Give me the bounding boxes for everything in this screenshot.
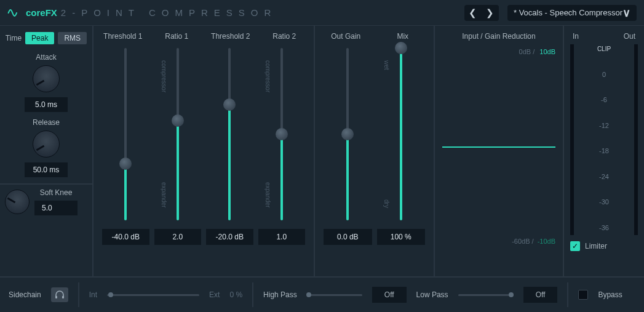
header: coreFX 2-POINT COMPRESSOR ❮ ❯ * Vocals -…: [0, 0, 644, 26]
plugin-title: 2-POINT COMPRESSOR: [61, 7, 277, 18]
peak-mode-button[interactable]: Peak: [25, 32, 54, 44]
output-column: Out Gain Mix wetdry 0.0 dB100 %: [315, 26, 435, 276]
meter-tick: -24: [579, 173, 629, 180]
meter-in-bar: [570, 44, 574, 235]
highpass-value[interactable]: Off: [372, 287, 407, 303]
detection-column: Time Peak RMS Attack 5.0 ms Release 50.0…: [0, 26, 93, 276]
time-label: Time: [6, 34, 22, 42]
release-label: Release: [0, 118, 92, 127]
compressor-label: compressor: [161, 60, 167, 92]
main-panel: Time Peak RMS Attack 5.0 ms Release 50.0…: [0, 26, 644, 276]
compressor-label: compressor: [264, 60, 271, 92]
mix-value[interactable]: 100 %: [377, 229, 426, 245]
meter-tick: -30: [579, 198, 629, 206]
attack-knob[interactable]: [33, 65, 60, 92]
sidechain-int-label: Int: [89, 290, 97, 299]
meter-tick: -18: [579, 147, 629, 154]
mix-label: Mix: [376, 32, 431, 41]
headphones-icon[interactable]: [51, 287, 68, 302]
wet-label: wet: [383, 60, 390, 70]
softknee-label: Soft Knee: [34, 188, 78, 197]
next-preset-button[interactable]: ❯: [482, 5, 499, 21]
prev-preset-button[interactable]: ❮: [464, 5, 482, 21]
footer: Sidechain Int Ext 0 % High Pass Off Low …: [0, 276, 644, 312]
outgain-slider[interactable]: [321, 48, 375, 220]
lowpass-label: Low Pass: [416, 290, 448, 299]
preset-selector[interactable]: * Vocals - Speech Compressor ∨: [507, 5, 637, 21]
threshold-value-1[interactable]: 2.0: [154, 229, 202, 245]
lowpass-value[interactable]: Off: [523, 287, 558, 303]
gr-top-accent: 10dB: [539, 48, 555, 55]
sidechain-label: Sidechain: [9, 290, 41, 299]
meter-out-label: Out: [624, 32, 635, 41]
threshold-value-3[interactable]: 1.0: [258, 229, 306, 245]
chevron-down-icon: ∨: [622, 6, 630, 20]
meter-tick: -12: [579, 122, 629, 129]
brand-name: coreFX: [26, 7, 57, 18]
gain-reduction-title: Input / Gain Reduction: [442, 32, 555, 41]
gain-reduction-column: Input / Gain Reduction 0dB /10dB -60dB /…: [435, 26, 564, 276]
svg-rect-1: [62, 296, 64, 298]
threshold-slider-1[interactable]: compressorexpander: [152, 48, 204, 220]
limiter-label: Limiter: [585, 242, 607, 250]
threshold-slider-2[interactable]: [204, 48, 256, 220]
meter-in-label: In: [573, 32, 579, 41]
gr-top-scale: 0dB /: [519, 48, 535, 55]
meter-tick: -6: [579, 96, 629, 103]
outgain-value[interactable]: 0.0 dB: [324, 229, 372, 245]
threshold-column: Threshold 1 Ratio 1 Threshold 2 Ratio 2 …: [93, 26, 315, 276]
meters-column: In Out CLIP0-6-12-18-24-30-36 ✓ Limiter: [564, 26, 644, 276]
meter-out-bar: [634, 44, 638, 235]
lowpass-slider[interactable]: [458, 294, 514, 296]
sidechain-ext-label: Ext: [209, 290, 220, 299]
bypass-checkbox[interactable]: [578, 290, 588, 300]
preset-nav: ❮ ❯: [464, 5, 499, 21]
bypass-label: Bypass: [598, 290, 622, 299]
sidechain-source-slider[interactable]: [107, 294, 199, 296]
threshold2-label: Threshold 2: [205, 32, 256, 41]
highpass-label: High Pass: [263, 290, 297, 299]
ratio2-label: Ratio 2: [259, 32, 311, 41]
attack-label: Attack: [0, 53, 92, 62]
gr-line: [442, 146, 555, 148]
attack-value[interactable]: 5.0 ms: [25, 97, 68, 112]
mix-slider[interactable]: wetdry: [375, 48, 428, 220]
limiter-checkbox[interactable]: ✓: [570, 241, 580, 251]
threshold-value-2[interactable]: -20.0 dB: [206, 229, 253, 245]
preset-name: * Vocals - Speech Compressor: [514, 8, 622, 17]
gr-bot-scale: -60dB /: [512, 238, 533, 245]
softknee-knob[interactable]: [5, 190, 30, 214]
meter-clip-label: CLIP: [579, 46, 629, 52]
threshold1-label: Threshold 1: [97, 32, 149, 41]
release-value[interactable]: 50.0 ms: [25, 162, 68, 177]
meter-tick: -36: [579, 224, 629, 231]
dry-label: dry: [383, 199, 390, 208]
meter-tick: 0: [579, 71, 629, 78]
threshold-slider-3[interactable]: compressorexpander: [256, 48, 308, 220]
gain-reduction-display: 0dB /10dB -60dB /-10dB: [442, 48, 555, 245]
meter-scale: CLIP0-6-12-18-24-30-36: [579, 44, 629, 235]
expander-label: expander: [161, 182, 167, 208]
expander-label: expander: [264, 182, 271, 208]
svg-rect-0: [55, 296, 57, 298]
threshold-value-0[interactable]: -40.0 dB: [102, 229, 149, 245]
softknee-value[interactable]: 5.0: [34, 201, 78, 215]
outgain-label: Out Gain: [319, 32, 373, 41]
wave-logo-icon: [7, 7, 20, 19]
release-knob[interactable]: [33, 130, 60, 158]
ratio1-label: Ratio 1: [151, 32, 203, 41]
gr-bot-neg: -10dB: [538, 238, 555, 245]
rms-mode-button[interactable]: RMS: [58, 32, 87, 44]
highpass-slider[interactable]: [307, 294, 362, 296]
sidechain-ext-value: 0 %: [229, 290, 242, 299]
threshold-slider-0[interactable]: [100, 48, 152, 220]
